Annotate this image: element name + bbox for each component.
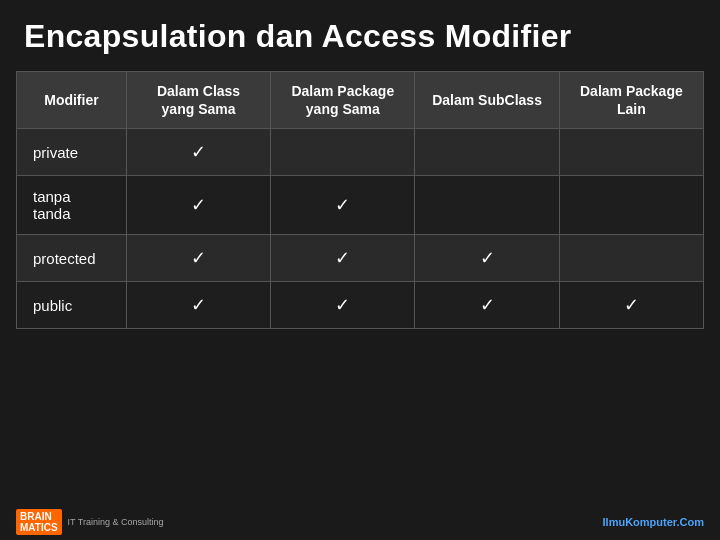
cell-dalam_package_lain <box>559 176 703 235</box>
slide: Encapsulation dan Access Modifier Modifi… <box>0 0 720 540</box>
cell-dalam_package: ✓ <box>271 235 415 282</box>
cell-modifier: public <box>17 282 127 329</box>
table-row: tanpa tanda✓✓ <box>17 176 704 235</box>
cell-modifier: protected <box>17 235 127 282</box>
cell-dalam_package <box>271 129 415 176</box>
table-row: public✓✓✓✓ <box>17 282 704 329</box>
table-header-row: Modifier Dalam Class yang Sama Dalam Pac… <box>17 72 704 129</box>
logo-matics-text: MATICS <box>20 522 58 533</box>
cell-dalam_class: ✓ <box>126 176 270 235</box>
logo-left: BRAIN MATICS IT Training & Consulting <box>16 509 163 535</box>
table-row: private✓ <box>17 129 704 176</box>
cell-dalam_class: ✓ <box>126 282 270 329</box>
cell-dalam_package: ✓ <box>271 282 415 329</box>
logo-brainmatics-box: BRAIN MATICS <box>16 509 62 535</box>
logo-brain-text: BRAIN <box>20 511 52 522</box>
cell-modifier: private <box>17 129 127 176</box>
header-dalam-class: Dalam Class yang Sama <box>126 72 270 129</box>
cell-dalam_package_lain: ✓ <box>559 282 703 329</box>
cell-dalam_package: ✓ <box>271 176 415 235</box>
cell-dalam_sub: ✓ <box>415 235 559 282</box>
cell-dalam_class: ✓ <box>126 129 270 176</box>
header-dalam-package: Dalam Package yang Sama <box>271 72 415 129</box>
cell-dalam_sub: ✓ <box>415 282 559 329</box>
cell-dalam_sub <box>415 129 559 176</box>
cell-dalam_package_lain <box>559 235 703 282</box>
cell-dalam_class: ✓ <box>126 235 270 282</box>
cell-dalam_sub <box>415 176 559 235</box>
table-container: Modifier Dalam Class yang Sama Dalam Pac… <box>0 65 720 504</box>
title-bar: Encapsulation dan Access Modifier <box>0 0 720 65</box>
access-modifier-table: Modifier Dalam Class yang Sama Dalam Pac… <box>16 71 704 329</box>
logo-right: IlmuKomputer.Com <box>603 516 704 528</box>
cell-dalam_package_lain <box>559 129 703 176</box>
logo-ilmukomputer: IlmuKomputer.Com <box>603 516 704 528</box>
header-dalam-sub: Dalam SubClass <box>415 72 559 129</box>
table-row: protected✓✓✓ <box>17 235 704 282</box>
header-modifier: Modifier <box>17 72 127 129</box>
header-dalam-package-lain: Dalam Package Lain <box>559 72 703 129</box>
page-title: Encapsulation dan Access Modifier <box>24 18 696 55</box>
footer: BRAIN MATICS IT Training & Consulting Il… <box>0 504 720 540</box>
logo-tagline: IT Training & Consulting <box>68 517 164 528</box>
cell-modifier: tanpa tanda <box>17 176 127 235</box>
